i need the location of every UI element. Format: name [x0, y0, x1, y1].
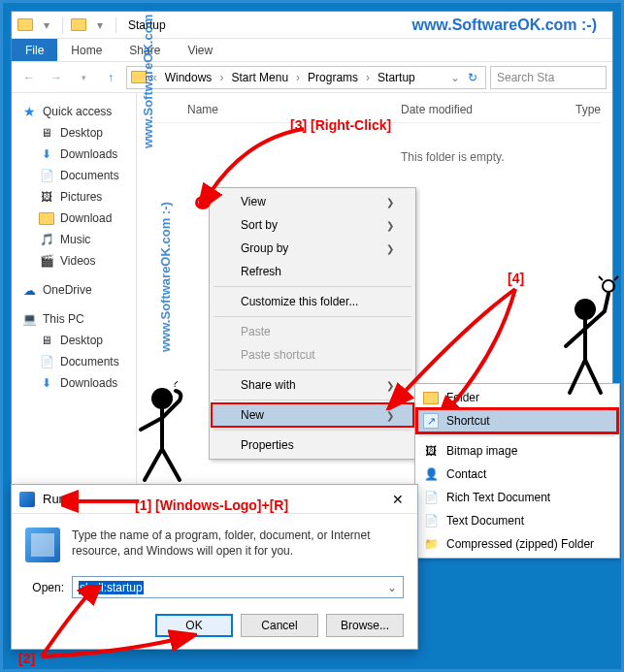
picture-icon	[39, 189, 54, 205]
sub-bitmap[interactable]: Bitmap image	[417, 439, 617, 463]
video-icon	[39, 253, 54, 269]
watermark-vertical: www.SoftwareOK.com :-)	[141, 0, 155, 148]
watermark-vertical-2: www.SoftwareOK.com :-)	[158, 202, 173, 352]
folder-icon-2	[71, 17, 86, 33]
run-titlebar: Run ✕	[12, 485, 417, 514]
annotation-2: [2]	[18, 651, 35, 666]
svg-point-0	[151, 388, 173, 409]
sidebar-item-desktop[interactable]: Desktop	[12, 330, 136, 351]
sidebar-quick-access[interactable]: Quick access	[12, 101, 136, 122]
close-button[interactable]: ✕	[386, 492, 410, 507]
ctx-properties[interactable]: Properties	[212, 433, 413, 457]
sidebar-item-downloads[interactable]: Downloads	[12, 144, 136, 165]
breadcrumb-box[interactable]: « Windows› Start Menu› Programs› Startup…	[126, 66, 486, 89]
open-label: Open:	[25, 581, 64, 594]
up-button[interactable]: ↑	[99, 66, 122, 89]
ctx-new[interactable]: New	[212, 403, 413, 427]
cloud-icon	[21, 282, 37, 298]
sidebar-item-videos[interactable]: Videos	[12, 250, 136, 272]
stickman-idea	[546, 274, 624, 400]
nav-sidebar: Quick access Desktop Downloads Documents…	[12, 93, 137, 533]
empty-folder-text: This folder is empty.	[148, 123, 601, 164]
ctx-paste-shortcut: Paste shortcut	[212, 343, 413, 367]
crumb[interactable]: Startup	[374, 71, 419, 84]
ctx-sort[interactable]: Sort by	[212, 213, 413, 237]
zip-icon	[423, 536, 439, 552]
svg-point-2	[575, 299, 596, 320]
sub-zip[interactable]: Compressed (zipped) Folder	[417, 532, 617, 556]
ctx-refresh[interactable]: Refresh	[212, 260, 413, 283]
run-dialog: Run ✕ Type the name of a program, folder…	[11, 484, 418, 650]
watermark-link: www.SoftwareOK.com :-)	[411, 16, 607, 34]
folder-icon	[423, 390, 439, 405]
forward-button: →	[45, 66, 68, 89]
document-icon	[39, 168, 54, 183]
sidebar-item-pictures[interactable]: Pictures	[12, 186, 136, 208]
sub-txt[interactable]: Text Document	[417, 509, 617, 532]
document-icon	[39, 354, 54, 369]
click-marker	[195, 196, 211, 209]
run-title: Run	[43, 492, 386, 506]
tab-file[interactable]: File	[12, 39, 57, 61]
ok-button[interactable]: OK	[155, 614, 233, 637]
col-modified[interactable]: Date modified	[401, 103, 537, 116]
download-icon	[39, 375, 54, 391]
column-headers: Name Date modified Type	[148, 99, 601, 123]
ctx-share[interactable]: Share with	[212, 373, 413, 397]
new-submenu: Folder Shortcut Bitmap image Contact Ric…	[414, 383, 620, 559]
sidebar-onedrive[interactable]: OneDrive	[12, 279, 136, 301]
window-title: Startup	[124, 18, 406, 32]
sub-rtf[interactable]: Rich Text Document	[417, 486, 617, 509]
download-icon	[39, 146, 54, 162]
address-bar: ← → ▾ ↑ « Windows› Start Menu› Programs›…	[12, 62, 612, 93]
run-icon	[19, 492, 35, 507]
col-name[interactable]: Name	[187, 103, 362, 116]
sidebar-this-pc[interactable]: This PC	[12, 308, 136, 330]
titlebar: ▾ ▾ Startup www.SoftwareOK.com :-)	[12, 12, 612, 39]
pc-icon	[21, 311, 37, 327]
folder-icon	[17, 17, 33, 33]
ctx-paste: Paste	[212, 320, 413, 343]
search-input[interactable]: Search Sta	[490, 66, 607, 89]
sidebar-item-downloads[interactable]: Downloads	[12, 372, 136, 394]
browse-button[interactable]: Browse...	[326, 614, 404, 637]
tab-home[interactable]: Home	[57, 39, 115, 61]
ribbon-tabs: File Home Share View	[12, 39, 612, 62]
music-icon	[39, 232, 54, 247]
desktop-icon	[39, 333, 54, 348]
overflow-icon[interactable]: ▾	[92, 17, 108, 33]
star-icon	[21, 104, 37, 119]
run-big-icon	[25, 528, 60, 562]
stickman-thinking: ?	[123, 381, 201, 488]
svg-point-3	[603, 280, 614, 292]
sub-contact[interactable]: Contact	[417, 463, 617, 486]
bitmap-icon	[423, 443, 439, 459]
ctx-customize[interactable]: Customize this folder...	[212, 290, 413, 313]
crumb[interactable]: Programs	[304, 71, 362, 84]
crumb[interactable]: Windows	[161, 71, 216, 84]
txt-icon	[423, 513, 439, 528]
sub-shortcut[interactable]: Shortcut	[417, 409, 617, 432]
sidebar-item-desktop[interactable]: Desktop	[12, 122, 136, 144]
run-input[interactable]: shell:startup	[72, 576, 404, 598]
ctx-group[interactable]: Group by	[212, 237, 413, 260]
sidebar-item-documents[interactable]: Documents	[12, 351, 136, 372]
cancel-button[interactable]: Cancel	[241, 614, 318, 637]
crumb[interactable]: Start Menu	[227, 71, 292, 84]
shortcut-icon	[423, 413, 439, 429]
dropdown-icon[interactable]: ▾	[39, 17, 54, 33]
ctx-view[interactable]: View	[212, 190, 413, 213]
context-menu: View Sort by Group by Refresh Customize …	[209, 187, 416, 460]
tab-view[interactable]: View	[174, 39, 226, 61]
svg-text:?: ?	[172, 381, 179, 390]
rtf-icon	[423, 490, 439, 505]
folder-icon	[39, 210, 54, 226]
recent-button[interactable]: ▾	[72, 66, 95, 89]
back-button[interactable]: ←	[17, 66, 41, 89]
sidebar-item-music[interactable]: Music	[12, 229, 136, 250]
run-description: Type the name of a program, folder, docu…	[72, 528, 404, 562]
sidebar-item-documents[interactable]: Documents	[12, 165, 136, 186]
sidebar-item-download[interactable]: Download	[12, 208, 136, 229]
col-type[interactable]: Type	[575, 103, 601, 116]
contact-icon	[423, 466, 439, 482]
